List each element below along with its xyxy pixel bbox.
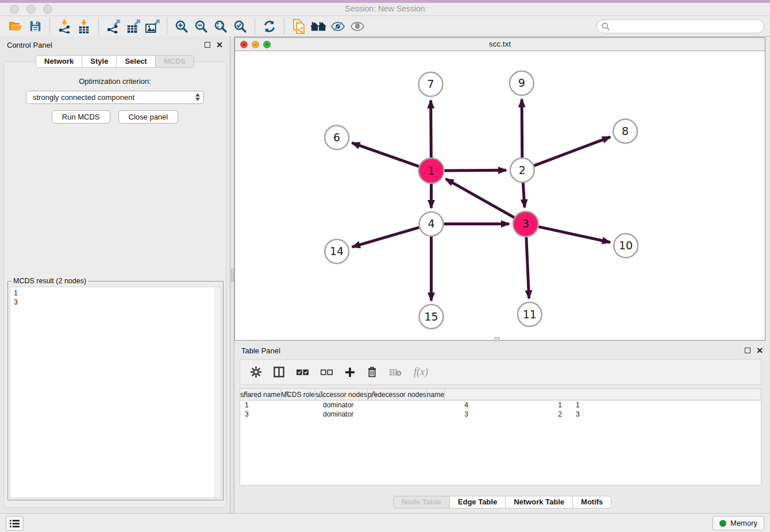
column-mcds-role[interactable]: MCDS role (281, 389, 315, 400)
search-icon (602, 22, 610, 30)
select-all-button[interactable] (297, 369, 309, 376)
zoom-fit-button[interactable] (211, 18, 230, 35)
float-table-panel-icon[interactable] (745, 348, 750, 353)
cell-successor-nodes[interactable]: 3 (384, 410, 478, 418)
column-successor-nodes[interactable]: successor nodes (315, 389, 368, 400)
table-tab-node-table[interactable]: Node Table (393, 496, 450, 508)
graph-edge-2-3[interactable] (523, 183, 525, 207)
control-tab-mcds[interactable]: MCDS (156, 55, 194, 68)
cell-name[interactable]: 1 (571, 401, 620, 409)
open-session-button[interactable] (6, 18, 25, 35)
run-mcds-button[interactable]: Run MCDS (52, 110, 110, 124)
search-input[interactable] (613, 22, 759, 30)
graph-edge-2-8[interactable] (534, 137, 610, 165)
deselect-all-button[interactable] (321, 369, 333, 376)
function-builder-button[interactable]: f(x) (414, 366, 428, 378)
graph-edge-4-14[interactable] (352, 228, 419, 247)
zoom-selected-button[interactable] (230, 18, 250, 35)
result-scrollbar[interactable] (214, 287, 221, 498)
toolbar-separator (167, 18, 167, 34)
selected-criterion: strongly connected component (33, 93, 134, 102)
float-panel-icon[interactable] (205, 42, 210, 48)
cell-mcds-role[interactable]: dominator (318, 401, 384, 409)
cell-predecessor-nodes[interactable]: 2 (478, 410, 571, 418)
cell-shared-name[interactable]: 1 (240, 401, 318, 409)
memory-button[interactable]: Memory (713, 516, 764, 530)
graph-edge-2-9[interactable] (522, 99, 522, 158)
open-network-in-browser-button[interactable] (289, 18, 309, 35)
horizontal-splitter-handle[interactable] (494, 337, 500, 341)
mcds-result-group: MCDS result (2 nodes) 13 (7, 277, 224, 500)
control-tab-select[interactable]: Select (117, 55, 155, 68)
refresh-layout-button[interactable] (260, 18, 279, 35)
table-tab-network-table[interactable]: Network Table (506, 496, 573, 508)
delete-table-icon (389, 368, 402, 377)
export-image-button[interactable] (143, 18, 162, 35)
delete-table-button[interactable] (389, 368, 402, 377)
show-hidden-button[interactable] (348, 18, 367, 35)
gear-icon (251, 367, 261, 377)
export-table-button[interactable] (123, 18, 143, 35)
column-shared-name[interactable]: shared name (240, 389, 281, 400)
export-network-icon (106, 20, 120, 33)
eye-icon (350, 21, 365, 32)
control-tab-style[interactable]: Style (82, 55, 117, 68)
graph-node-label-9: 9 (518, 76, 525, 89)
control-panel-title: Control Panel (7, 41, 52, 49)
trash-icon (367, 367, 377, 377)
add-row-button[interactable] (345, 367, 355, 377)
column-label: name (427, 391, 444, 399)
zoom-out-button[interactable] (191, 18, 211, 35)
close-table-panel-icon[interactable]: ✕ (756, 348, 763, 353)
control-tab-network[interactable]: Network (36, 55, 82, 68)
zoom-in-button[interactable] (172, 18, 191, 35)
graph-edge-3-11[interactable] (526, 237, 529, 299)
close-panel-button[interactable]: Close panel (118, 110, 179, 124)
save-session-button[interactable] (25, 18, 45, 35)
list-icon (10, 519, 20, 528)
show-column-button[interactable] (274, 367, 284, 377)
cell-mcds-role[interactable]: dominator (318, 410, 384, 418)
window-title: Session: New Session (0, 4, 770, 13)
show-all-networks-button[interactable] (309, 18, 328, 35)
graph-edge-1-6[interactable] (352, 143, 418, 167)
delete-row-button[interactable] (367, 367, 377, 377)
eye-slash-icon (330, 21, 345, 32)
graph-edge-3-10[interactable] (538, 227, 610, 242)
graph-edge-1-2[interactable] (444, 170, 506, 171)
close-panel-icon[interactable]: ✕ (216, 42, 223, 48)
graph-node-label-6: 6 (333, 131, 340, 144)
cell-predecessor-nodes[interactable]: 1 (478, 401, 571, 409)
table-tabs: Node TableEdge TableNetwork TableMotifs (234, 496, 770, 508)
graph-edge-1-7[interactable] (431, 101, 432, 158)
result-line[interactable]: 1 (14, 288, 213, 298)
column-name[interactable]: name (427, 389, 445, 400)
column-predecessor-nodes[interactable]: predecessor nodes (368, 389, 427, 400)
toolbar-separator (284, 18, 284, 34)
network-view-window: ✕ − + scc.txt 7968124314101511 (234, 37, 765, 341)
cell-name[interactable]: 3 (571, 410, 620, 418)
network-graph[interactable]: 7968124314101511 (235, 51, 765, 340)
network-window-titlebar[interactable]: ✕ − + scc.txt (235, 38, 765, 51)
table-tab-edge-table[interactable]: Edge Table (450, 496, 506, 508)
memory-status-icon (719, 520, 726, 527)
export-network-button[interactable] (103, 18, 123, 35)
cell-successor-nodes[interactable]: 4 (384, 401, 478, 409)
cell-shared-name[interactable]: 3 (240, 410, 318, 418)
hide-selected-button[interactable] (328, 18, 348, 35)
result-line[interactable]: 3 (14, 298, 213, 307)
network-canvas[interactable]: 7968124314101511 (235, 51, 765, 340)
graph-edge-3-1[interactable] (446, 179, 514, 217)
vertical-splitter[interactable] (230, 36, 234, 513)
table-tab-motifs[interactable]: Motifs (573, 496, 611, 508)
optimization-criterion-select[interactable]: strongly connected component (26, 91, 204, 104)
status-bar: Memory (0, 513, 770, 532)
graph-node-label-3: 3 (522, 217, 529, 230)
import-network-button[interactable] (55, 18, 74, 35)
splitter-handle[interactable] (231, 269, 234, 282)
task-history-button[interactable] (6, 516, 24, 531)
table-settings-button[interactable] (251, 367, 261, 377)
table-panel: Table Panel ✕ (234, 342, 770, 511)
export-image-icon (145, 20, 160, 33)
import-table-button[interactable] (74, 18, 94, 35)
